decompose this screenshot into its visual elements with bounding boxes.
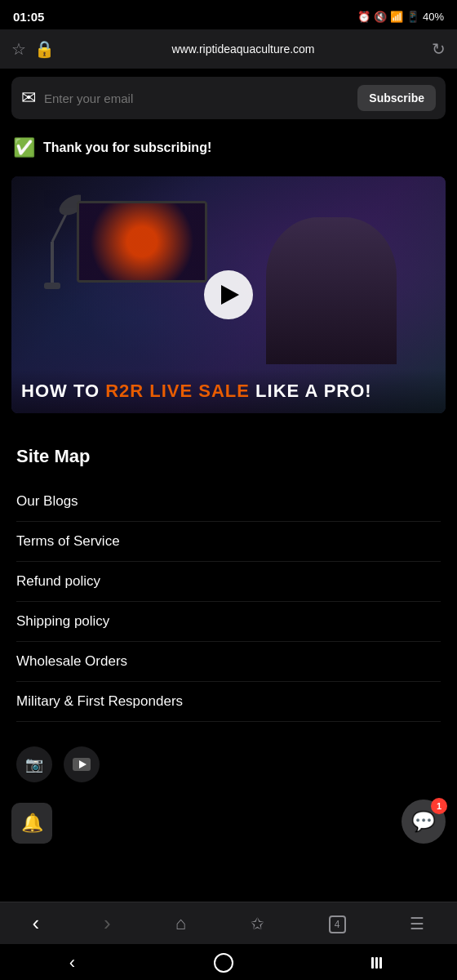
video-title-highlight: R2R LIVE SALE (105, 381, 250, 401)
sitemap-link-blogs[interactable]: Our Blogs (16, 482, 441, 522)
desk-lamp-icon (24, 185, 81, 291)
tabs-button[interactable]: 4 (329, 916, 346, 931)
video-background: HOW TO R2R LIVE SALE LIKE A PRO! (11, 176, 446, 413)
alarm-icon: ⏰ (357, 11, 370, 23)
video-title-part1: HOW TO (21, 381, 105, 401)
svg-rect-3 (44, 283, 60, 289)
home-gesture-button[interactable] (214, 953, 233, 973)
browser-bar: ☆ 🔒 www.riptideaquaculture.com ↻ (0, 29, 457, 69)
refresh-icon[interactable]: ↻ (432, 39, 446, 59)
browser-left-icons: ☆ 🔒 (11, 39, 55, 59)
home-button[interactable]: ⌂ (175, 913, 186, 934)
person-silhouette (266, 217, 397, 364)
subscribe-section: ✉ Subscribe (11, 77, 446, 119)
video-section[interactable]: HOW TO R2R LIVE SALE LIKE A PRO! (11, 176, 446, 413)
bookmark-icon[interactable]: ☆ (11, 39, 26, 59)
back-gesture-button[interactable]: ‹ (69, 952, 75, 973)
status-icons: ⏰ 🔇 📶 📱 40% (357, 11, 444, 23)
bookmarks-button[interactable]: ✩ (251, 914, 264, 933)
tabs-count: 4 (329, 915, 346, 933)
notification-bell-button[interactable]: 🔔 (11, 803, 52, 844)
recents-gesture-button[interactable] (371, 957, 388, 969)
signal-icon: 📱 (406, 11, 419, 23)
floating-buttons-area: 🔔 💬 1 (11, 791, 446, 848)
battery-indicator: 40% (423, 11, 444, 23)
video-title: HOW TO R2R LIVE SALE LIKE A PRO! (11, 369, 446, 413)
back-button[interactable]: ‹ (32, 911, 39, 936)
chat-badge: 1 (431, 798, 447, 814)
thankyou-section: ✅ Thank you for subscribing! (0, 127, 457, 168)
wifi-icon: 📶 (390, 11, 403, 23)
email-input[interactable] (44, 91, 349, 105)
chat-bubble-button[interactable]: 💬 1 (402, 800, 446, 844)
thankyou-text: Thank you for subscribing! (43, 140, 211, 155)
youtube-icon (73, 758, 91, 771)
forward-button[interactable]: › (104, 911, 111, 936)
sitemap-link-shipping[interactable]: Shipping policy (16, 602, 441, 642)
chat-icon: 💬 (411, 810, 436, 833)
url-bar[interactable]: www.riptideaquaculture.com (55, 42, 432, 56)
social-icon-instagram[interactable]: 📷 (16, 746, 52, 782)
sitemap-link-military[interactable]: Military & First Responders (16, 682, 441, 722)
sitemap-link-tos[interactable]: Terms of Service (16, 522, 441, 562)
checkmark-icon: ✅ (13, 137, 35, 158)
system-nav-bar: ‹ (0, 944, 457, 980)
social-area: 📷 (0, 730, 457, 791)
monitor-display (77, 201, 207, 283)
status-bar: 01:05 ⏰ 🔇 📶 📱 40% (0, 0, 457, 29)
email-icon: ✉ (21, 87, 36, 109)
subscribe-button[interactable]: Subscribe (357, 85, 436, 111)
play-button[interactable] (204, 270, 253, 319)
monitor-screen (79, 203, 205, 280)
sitemap-section: Site Map Our Blogs Terms of Service Refu… (0, 421, 457, 730)
browser-navigation: ‹ › ⌂ ✩ 4 ☰ (0, 902, 457, 944)
menu-button[interactable]: ☰ (410, 914, 424, 933)
sitemap-title: Site Map (16, 446, 441, 467)
sitemap-link-wholesale[interactable]: Wholesale Orders (16, 642, 441, 682)
mute-icon: 🔇 (374, 11, 387, 23)
video-title-part2: LIKE A PRO! (250, 381, 372, 401)
social-icon-youtube[interactable] (64, 746, 100, 782)
lock-icon: 🔒 (34, 39, 55, 59)
sitemap-link-refund[interactable]: Refund policy (16, 562, 441, 602)
status-time: 01:05 (13, 10, 44, 24)
